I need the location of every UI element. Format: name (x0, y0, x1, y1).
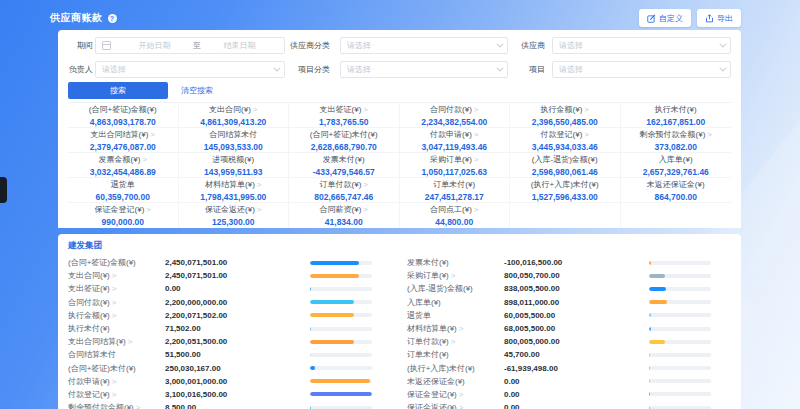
supplier-select[interactable]: 请选择 (552, 37, 731, 54)
metric-value: 2,450,071,501.00 (165, 271, 310, 280)
export-button-label: 导出 (717, 13, 733, 24)
metric-value: 0.00 (504, 377, 649, 386)
help-icon[interactable]: ? (108, 14, 117, 23)
metric-label[interactable]: 剩余预付款金额(¥)> (68, 402, 165, 409)
drilldown-chevron-icon: > (451, 337, 456, 346)
stat-card[interactable]: 合同薪资(¥)>41,834.00 (289, 203, 400, 228)
metric-bar-fill (310, 327, 311, 331)
metric-row: (执行+入库)未付(¥)-61,939,498.00 (407, 362, 711, 375)
supplier-category-select[interactable]: 请选择 (340, 37, 508, 54)
metric-value: 800,050,700.00 (504, 271, 649, 280)
metric-label[interactable]: 支出合同(¥)> (68, 270, 165, 281)
stat-value: 990,000.00 (101, 217, 144, 227)
stat-card[interactable]: 合同点工(¥)>44,800.00 (400, 203, 511, 228)
range-separator: 至 (193, 40, 201, 51)
stat-label: 入库单(¥) (659, 154, 693, 165)
metric-label[interactable]: 合同付款(¥)> (68, 297, 165, 308)
drilldown-chevron-icon: > (474, 105, 479, 114)
stat-value: 1,527,596,433.00 (532, 192, 598, 202)
metric-bar (310, 274, 372, 278)
drilldown-chevron-icon: > (363, 180, 368, 189)
select-placeholder: 请选择 (102, 64, 126, 75)
metric-value: 2,450,071,501.00 (165, 258, 310, 267)
metric-label[interactable]: 保证金登记(¥)> (407, 389, 504, 400)
metric-label[interactable]: 材料结算单(¥)> (407, 323, 504, 334)
stat-label: 合同结算未付 (209, 129, 257, 140)
metric-row: 支出合同结算(¥)>2,200,051,500.00 (68, 335, 372, 348)
stat-value: 3,445,934,033.46 (532, 142, 598, 152)
metric-row: (合同+签证)金额(¥)2,450,071,501.00 (68, 256, 372, 269)
owner-select[interactable]: 请选择 (95, 61, 285, 78)
stat-card[interactable]: 支出合同结算(¥)>2,379,476,087.00 (68, 128, 179, 153)
stat-card[interactable]: 付款登记(¥)>3,445,934,033.46 (510, 128, 621, 153)
export-button[interactable]: 导出 (697, 9, 741, 27)
drilldown-chevron-icon: > (112, 284, 117, 293)
drilldown-chevron-icon: > (459, 403, 464, 409)
stat-label: 付款登记(¥)> (541, 129, 589, 140)
metric-label[interactable]: 支出合同结算(¥)> (68, 336, 165, 347)
stat-card[interactable]: 付款申请(¥)>3,047,119,493.46 (400, 128, 511, 153)
stat-value: 802,665,747.46 (314, 192, 373, 202)
stat-value: 2,234,382,554.00 (421, 117, 487, 127)
metric-value: 60,005,500.00 (504, 311, 649, 320)
drilldown-chevron-icon: > (459, 390, 464, 399)
metric-bar-fill (310, 300, 354, 304)
stat-label: 剩余预付款金额(¥)> (640, 129, 712, 140)
stat-card[interactable]: 保证金返还(¥)>125,300.00 (179, 203, 290, 228)
stat-card[interactable]: 执行金额(¥)>2,396,550,485.00 (510, 103, 621, 128)
page-title: 供应商账款 (50, 11, 103, 25)
stat-value: 247,451,278.17 (425, 192, 484, 202)
metric-row: 执行未付(¥)71,502.00 (68, 322, 372, 335)
customize-button[interactable]: 自定义 (639, 9, 691, 27)
stat-value: 4,863,093,178.70 (90, 117, 156, 127)
drilldown-chevron-icon: > (257, 180, 262, 189)
metric-bar (649, 313, 711, 317)
metric-label[interactable]: 执行金额(¥)> (68, 310, 165, 321)
metric-label[interactable]: 订单付款(¥)> (407, 336, 504, 347)
metric-label: 发票未付(¥) (407, 257, 504, 268)
supplier-label: 供应商 (495, 37, 545, 54)
stat-card[interactable]: 支出签证(¥)>1,783,765.50 (289, 103, 400, 128)
project-category-select[interactable]: 请选择 (340, 61, 508, 78)
stat-value: 2,396,550,485.00 (532, 117, 598, 127)
metric-row: 合同付款(¥)>2,200,000,000.00 (68, 296, 372, 309)
chevron-down-icon (719, 65, 726, 72)
stat-value: 1,050,117,025.63 (421, 167, 487, 177)
drilldown-chevron-icon: > (112, 390, 117, 399)
metric-label[interactable]: 付款登记(¥)> (68, 389, 165, 400)
company-name-link[interactable]: 建发集团 (68, 240, 741, 252)
stat-card[interactable]: 合同付款(¥)>2,234,382,554.00 (400, 103, 511, 128)
metric-label[interactable]: 保证金返还(¥)> (407, 402, 504, 409)
drilldown-chevron-icon: > (707, 130, 712, 139)
stat-card: 退货单60,359,700.00 (68, 178, 179, 203)
stat-card: 执行未付(¥)162,167,851.00 (621, 103, 732, 128)
stat-card[interactable]: 材料结算单(¥)>1,798,431,995.00 (179, 178, 290, 203)
metric-label[interactable]: 支出签证(¥)> (68, 283, 165, 294)
drilldown-chevron-icon: > (474, 205, 479, 214)
metric-row: 退货单60,005,500.00 (407, 309, 711, 322)
metric-label[interactable]: 付款申请(¥)> (68, 376, 165, 387)
metric-label: 入库单(¥) (407, 297, 504, 308)
customize-button-label: 自定义 (659, 13, 683, 24)
stat-card[interactable]: 剩余预付款金额(¥)>373,082.00 (621, 128, 732, 153)
drilldown-chevron-icon: > (363, 205, 368, 214)
metric-bar-fill (310, 261, 359, 265)
stat-card-empty (510, 203, 621, 228)
top-bar: 供应商账款 ? 自定义 导出 (50, 8, 741, 28)
search-button[interactable]: 搜索 (68, 82, 168, 99)
metric-bar-fill (310, 340, 354, 344)
metric-label[interactable]: 采购订单(¥)> (407, 270, 504, 281)
stat-card[interactable]: 支出合同(¥)>4,861,309,413.20 (179, 103, 290, 128)
stat-card[interactable]: 发票金额(¥)>3,032,454,486.89 (68, 153, 179, 178)
stat-card[interactable]: 保证金登记(¥)>990,000.00 (68, 203, 179, 228)
sidebar-collapse-handle[interactable] (0, 177, 7, 203)
project-select[interactable]: 请选择 (552, 61, 731, 78)
top-actions: 自定义 导出 (639, 9, 741, 27)
stat-card[interactable]: 采购订单(¥)>1,050,117,025.63 (400, 153, 511, 178)
stat-card[interactable]: 订单付款(¥)>802,665,747.46 (289, 178, 400, 203)
date-range-input[interactable]: 开始日期 至 结束日期 (95, 37, 285, 54)
stat-card-empty (621, 203, 732, 228)
metric-bar-fill (310, 379, 370, 383)
clear-search-link[interactable]: 清空搜索 (181, 82, 213, 99)
stat-card: (合同+签证)未付(¥)2,628,668,790.70 (289, 128, 400, 153)
